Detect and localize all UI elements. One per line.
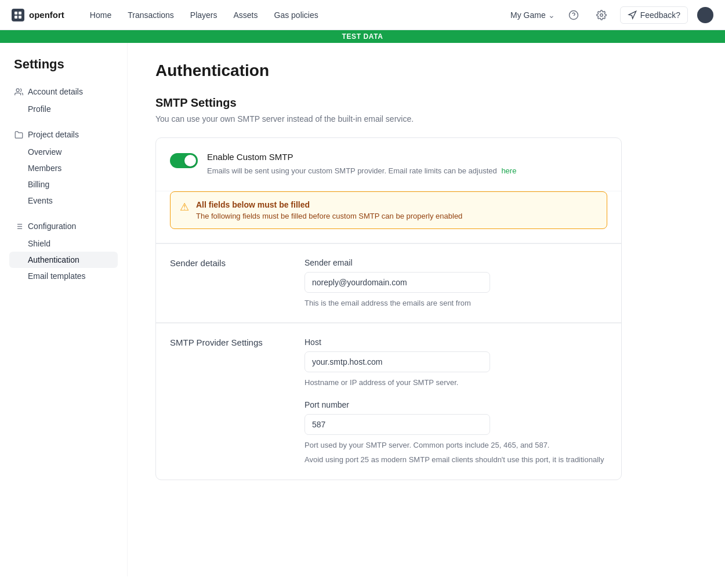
toggle-desc-text: Emails will be sent using your custom SM… xyxy=(207,166,497,175)
warning-content: All fields below must be filled The foll… xyxy=(196,200,462,220)
provider-section-label: SMTP Provider Settings xyxy=(170,337,286,466)
chevron-down-icon: ⌄ xyxy=(548,10,555,20)
host-input[interactable] xyxy=(304,351,490,372)
account-icon xyxy=(14,87,23,96)
sidebar-item-billing[interactable]: Billing xyxy=(9,176,118,193)
nav-right: My Game ⌄ Feedback? xyxy=(510,6,713,24)
port-field-group: Port number Port used by your SMTP serve… xyxy=(304,400,607,466)
host-label: Host xyxy=(304,337,607,347)
top-nav: openfort Home Transactions Players Asset… xyxy=(0,0,725,30)
sidebar-section-configuration-label: Configuration xyxy=(28,222,76,231)
avatar[interactable] xyxy=(697,7,713,23)
help-icon[interactable] xyxy=(564,6,583,24)
game-name: My Game xyxy=(510,10,546,20)
main-layout: Settings Account details Profile xyxy=(0,43,725,576)
smtp-section-title: SMTP Settings xyxy=(155,96,622,110)
nav-players[interactable]: Players xyxy=(183,7,224,23)
host-help: Hostname or IP address of your SMTP serv… xyxy=(304,377,607,389)
sidebar-item-profile[interactable]: Profile xyxy=(9,101,118,117)
sender-email-input[interactable] xyxy=(304,272,490,293)
sender-email-help: This is the email address the emails are… xyxy=(304,297,607,309)
sender-details-section: Sender details Sender email This is the … xyxy=(156,244,621,323)
port-help-2: Avoid using port 25 as modern SMTP email… xyxy=(304,454,607,466)
main-content: Authentication SMTP Settings You can use… xyxy=(128,43,650,576)
sidebar: Settings Account details Profile xyxy=(0,43,128,576)
warning-box: ⚠ All fields below must be filled The fo… xyxy=(170,191,607,229)
sidebar-item-shield[interactable]: Shield xyxy=(9,235,118,252)
logo-text: openfort xyxy=(29,10,64,20)
sender-section-label: Sender details xyxy=(170,258,286,309)
nav-assets[interactable]: Assets xyxy=(227,7,265,23)
warning-title: All fields below must be filled xyxy=(196,200,462,209)
port-label: Port number xyxy=(304,400,607,409)
sidebar-section-project: Project details Overview Members Billing… xyxy=(9,126,118,209)
feedback-button[interactable]: Feedback? xyxy=(620,6,688,24)
sidebar-item-members[interactable]: Members xyxy=(9,160,118,176)
test-banner-text: TEST DATA xyxy=(342,32,383,41)
sidebar-section-account-header: Account details xyxy=(9,84,118,100)
gear-icon[interactable] xyxy=(592,6,611,24)
sidebar-item-email-templates[interactable]: Email templates xyxy=(9,268,118,284)
svg-point-6 xyxy=(600,13,603,16)
sender-email-label: Sender email xyxy=(304,258,607,267)
svg-point-7 xyxy=(16,88,19,91)
sidebar-item-events[interactable]: Events xyxy=(9,193,118,209)
game-selector[interactable]: My Game ⌄ xyxy=(510,10,555,20)
sidebar-item-overview[interactable]: Overview xyxy=(9,144,118,160)
smtp-card: Enable Custom SMTP Emails will be sent u… xyxy=(155,137,622,480)
sidebar-section-configuration-header: Configuration xyxy=(9,218,118,234)
nav-home[interactable]: Home xyxy=(83,7,118,23)
sender-section-content: Sender email This is the email address t… xyxy=(304,258,607,309)
toggle-track xyxy=(170,153,198,168)
toggle-label: Enable Custom SMTP xyxy=(207,152,607,162)
warning-desc: The following fields must be filled befo… xyxy=(196,212,462,220)
custom-smtp-toggle-row: Enable Custom SMTP Emails will be sent u… xyxy=(156,138,621,191)
sidebar-item-authentication[interactable]: Authentication xyxy=(9,252,118,268)
toggle-desc: Emails will be sent using your custom SM… xyxy=(207,165,607,177)
svg-rect-0 xyxy=(14,12,17,14)
toggle-desc-link[interactable]: here xyxy=(501,166,516,175)
page-title: Authentication xyxy=(155,61,622,80)
sidebar-title: Settings xyxy=(9,57,118,72)
warning-icon: ⚠ xyxy=(180,201,189,213)
nav-transactions[interactable]: Transactions xyxy=(121,7,181,23)
custom-smtp-toggle[interactable] xyxy=(170,153,198,168)
sidebar-section-project-label: Project details xyxy=(28,130,79,139)
logo-svg xyxy=(14,11,22,19)
megaphone-icon xyxy=(628,10,637,20)
sidebar-section-configuration: Configuration Shield Authentication Emai… xyxy=(9,218,118,284)
toggle-content: Enable Custom SMTP Emails will be sent u… xyxy=(207,152,607,177)
nav-links: Home Transactions Players Assets Gas pol… xyxy=(83,7,325,23)
provider-section-content: Host Hostname or IP address of your SMTP… xyxy=(304,337,607,466)
svg-rect-2 xyxy=(14,16,17,19)
sidebar-section-project-header: Project details xyxy=(9,126,118,143)
nav-gas-policies[interactable]: Gas policies xyxy=(267,7,325,23)
sidebar-section-account: Account details Profile xyxy=(9,84,118,117)
provider-settings-section: SMTP Provider Settings Host Hostname or … xyxy=(156,323,621,480)
logo-icon xyxy=(12,9,24,21)
logo[interactable]: openfort xyxy=(12,9,64,21)
smtp-section-desc: You can use your own SMTP server instead… xyxy=(155,114,622,124)
list-icon xyxy=(14,222,23,231)
port-input[interactable] xyxy=(304,414,490,435)
toggle-thumb xyxy=(184,155,196,166)
port-help-1: Port used by your SMTP server. Common po… xyxy=(304,440,607,451)
feedback-label: Feedback? xyxy=(640,10,680,20)
svg-rect-1 xyxy=(19,12,21,14)
sidebar-section-account-label: Account details xyxy=(28,87,83,96)
test-banner: TEST DATA xyxy=(0,30,725,43)
svg-rect-3 xyxy=(19,16,21,19)
folder-icon xyxy=(14,130,23,139)
